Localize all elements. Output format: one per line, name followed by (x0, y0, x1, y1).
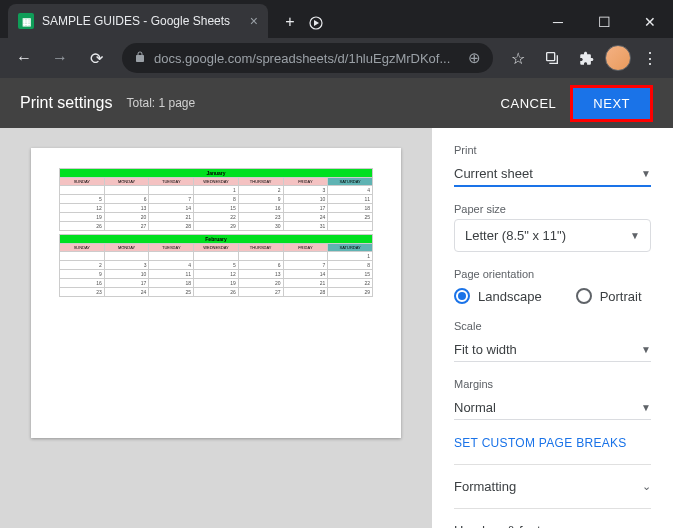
radio-selected-icon (454, 288, 470, 304)
formatting-label: Formatting (454, 479, 516, 494)
paper-size-select[interactable]: Letter (8.5" x 11") ▼ (454, 219, 651, 252)
paper-size-label: Paper size (454, 203, 651, 215)
margins-label: Margins (454, 378, 651, 390)
margins-select[interactable]: Normal ▼ (454, 394, 651, 420)
tab-title: SAMPLE GUIDES - Google Sheets (42, 14, 242, 28)
print-value: Current sheet (454, 166, 533, 181)
svg-rect-2 (547, 53, 555, 61)
forward-button[interactable]: → (44, 42, 76, 74)
print-title: Print settings (20, 94, 112, 112)
preview-page: JanuarySUNDAYMONDAYTUESDAYWEDNESDAYTHURS… (31, 148, 401, 438)
profile-avatar[interactable] (605, 45, 631, 71)
tabs-icon[interactable] (537, 43, 567, 73)
chevron-down-icon: ⌄ (642, 480, 651, 493)
radio-icon (576, 288, 592, 304)
print-subtitle: Total: 1 page (126, 96, 195, 110)
back-button[interactable]: ← (8, 42, 40, 74)
caret-down-icon: ▼ (630, 230, 640, 241)
browser-tab[interactable]: ▦ SAMPLE GUIDES - Google Sheets × (8, 4, 268, 38)
print-header: Print settings Total: 1 page CANCEL NEXT (0, 78, 673, 128)
svg-marker-1 (314, 20, 319, 26)
browser-toolbar: ← → ⟳ docs.google.com/spreadsheets/d/1hl… (0, 38, 673, 78)
orientation-label: Page orientation (454, 268, 651, 280)
caret-down-icon: ▼ (641, 168, 651, 179)
minimize-button[interactable]: ─ (535, 6, 581, 38)
headers-footers-label: Headers & footers (454, 523, 559, 528)
print-select[interactable]: Current sheet ▼ (454, 160, 651, 187)
landscape-label: Landscape (478, 289, 542, 304)
menu-button[interactable]: ⋮ (635, 43, 665, 73)
lock-icon (134, 51, 146, 66)
scale-select[interactable]: Fit to width ▼ (454, 336, 651, 362)
new-tab-button[interactable]: + (276, 8, 304, 36)
calendar-table: JanuarySUNDAYMONDAYTUESDAYWEDNESDAYTHURS… (59, 168, 373, 297)
media-indicator-icon (304, 11, 328, 35)
next-button[interactable]: NEXT (573, 88, 650, 119)
print-content: JanuarySUNDAYMONDAYTUESDAYWEDNESDAYTHURS… (0, 128, 673, 528)
close-window-button[interactable]: ✕ (627, 6, 673, 38)
landscape-radio[interactable]: Landscape (454, 288, 542, 304)
reload-button[interactable]: ⟳ (80, 42, 112, 74)
address-bar[interactable]: docs.google.com/spreadsheets/d/1hluEgzMr… (122, 43, 493, 73)
zoom-icon[interactable]: ⊕ (468, 49, 481, 67)
maximize-button[interactable]: ☐ (581, 6, 627, 38)
portrait-label: Portrait (600, 289, 642, 304)
sheets-icon: ▦ (18, 13, 34, 29)
scale-value: Fit to width (454, 342, 517, 357)
extensions-button[interactable] (571, 43, 601, 73)
headers-footers-expander[interactable]: Headers & footers ⌄ (454, 508, 651, 528)
print-label: Print (454, 144, 651, 156)
print-preview: JanuarySUNDAYMONDAYTUESDAYWEDNESDAYTHURS… (0, 128, 432, 528)
scale-label: Scale (454, 320, 651, 332)
formatting-expander[interactable]: Formatting ⌄ (454, 464, 651, 508)
browser-titlebar: ▦ SAMPLE GUIDES - Google Sheets × + ─ ☐ … (0, 0, 673, 38)
bookmark-button[interactable]: ☆ (503, 43, 533, 73)
custom-page-breaks-link[interactable]: SET CUSTOM PAGE BREAKS (454, 436, 651, 450)
close-tab-icon[interactable]: × (250, 13, 258, 29)
caret-down-icon: ▼ (641, 344, 651, 355)
portrait-radio[interactable]: Portrait (576, 288, 642, 304)
paper-size-value: Letter (8.5" x 11") (465, 228, 566, 243)
margins-value: Normal (454, 400, 496, 415)
chevron-down-icon: ⌄ (642, 524, 651, 528)
next-highlight: NEXT (570, 85, 653, 122)
caret-down-icon: ▼ (641, 402, 651, 413)
print-sidebar: Print Current sheet ▼ Paper size Letter … (432, 128, 673, 528)
cancel-button[interactable]: CANCEL (501, 96, 557, 111)
url-text: docs.google.com/spreadsheets/d/1hluEgzMr… (154, 51, 460, 66)
window-controls: ─ ☐ ✕ (535, 6, 673, 38)
